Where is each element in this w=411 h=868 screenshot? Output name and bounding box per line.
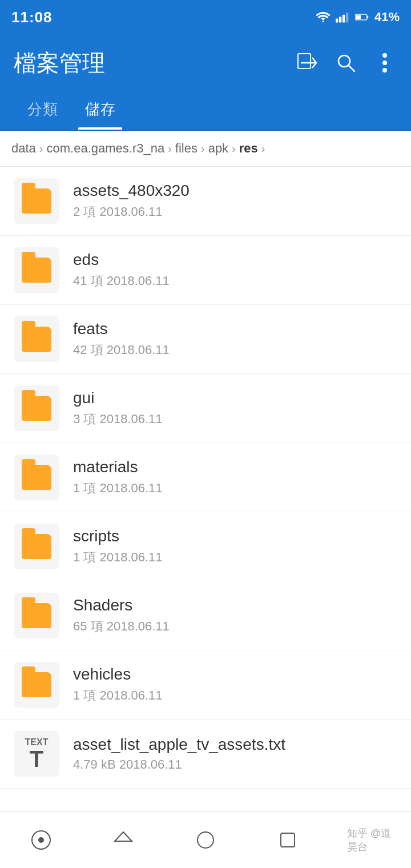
folder-icon xyxy=(22,188,51,214)
file-info: assets_480x320 2 項 2018.06.11 xyxy=(73,182,397,220)
svg-rect-6 xyxy=(356,15,361,19)
svg-point-12 xyxy=(382,61,387,65)
svg-rect-7 xyxy=(298,54,311,69)
breadcrumb[interactable]: data › com.ea.games.r3_na › files › apk … xyxy=(0,131,411,167)
file-meta: 1 項 2018.06.11 xyxy=(73,480,397,497)
back-button[interactable] xyxy=(18,817,64,863)
file-meta: 65 項 2018.06.11 xyxy=(73,618,397,635)
svg-rect-2 xyxy=(342,15,345,23)
breadcrumb-sep-1: › xyxy=(168,142,172,155)
file-meta: 41 項 2018.06.11 xyxy=(73,272,397,290)
recent-button[interactable] xyxy=(183,817,228,863)
tab-category[interactable]: 分類 xyxy=(14,91,71,130)
list-item[interactable]: gui 3 項 2018.06.11 xyxy=(0,374,411,443)
folder-icon xyxy=(22,258,51,283)
file-meta: 1 項 2018.06.11 xyxy=(73,549,397,566)
breadcrumb-files: files xyxy=(175,141,198,156)
file-list: assets_480x320 2 項 2018.06.11 eds 41 項 2… xyxy=(0,167,411,846)
svg-point-15 xyxy=(38,837,44,843)
breadcrumb-data: data xyxy=(11,141,36,156)
svg-line-10 xyxy=(348,65,354,71)
breadcrumb-sep-2: › xyxy=(201,142,205,155)
wifi-icon xyxy=(316,10,330,24)
file-name: Shaders xyxy=(73,596,397,614)
folder-icon-wrap xyxy=(14,524,59,569)
list-item[interactable]: assets_480x320 2 項 2018.06.11 xyxy=(0,167,411,236)
file-info: feats 42 項 2018.06.11 xyxy=(73,320,397,359)
file-info: vehicles 1 項 2018.06.11 xyxy=(73,665,397,704)
folder-icon-wrap xyxy=(14,593,59,638)
file-name: materials xyxy=(73,458,397,476)
file-info: asset_list_apple_tv_assets.txt 4.79 kB 2… xyxy=(73,736,397,772)
breadcrumb-com: com.ea.games.r3_na xyxy=(47,141,165,156)
transfer-button[interactable] xyxy=(295,50,320,75)
breadcrumb-sep-4: › xyxy=(261,142,265,155)
file-info: Shaders 65 項 2018.06.11 xyxy=(73,596,397,635)
svg-rect-5 xyxy=(367,16,368,19)
file-name: eds xyxy=(73,251,397,269)
folder-icon-wrap xyxy=(14,316,59,362)
home-button[interactable] xyxy=(100,817,146,863)
more-button[interactable] xyxy=(372,50,397,75)
svg-rect-18 xyxy=(281,833,295,847)
breadcrumb-sep-3: › xyxy=(232,142,236,155)
list-item[interactable]: vehicles 1 項 2018.06.11 xyxy=(0,650,411,720)
breadcrumb-sep-0: › xyxy=(39,142,43,155)
folder-icon xyxy=(22,603,51,628)
file-name: scripts xyxy=(73,527,397,545)
folder-icon-wrap xyxy=(14,662,59,708)
file-meta: 3 項 2018.06.11 xyxy=(73,411,397,428)
folder-icon xyxy=(22,465,51,490)
folder-icon xyxy=(22,396,51,421)
svg-rect-3 xyxy=(346,13,348,22)
svg-point-11 xyxy=(382,53,387,58)
status-right: 41% xyxy=(316,10,400,25)
tabs-bar: 分類 儲存 xyxy=(0,91,411,130)
svg-point-17 xyxy=(198,832,213,848)
app-bar-actions xyxy=(295,50,397,75)
battery-percent: 41% xyxy=(374,10,400,25)
search-button[interactable] xyxy=(333,50,358,75)
file-info: gui 3 項 2018.06.11 xyxy=(73,389,397,428)
svg-marker-16 xyxy=(115,832,132,841)
text-icon-T: T xyxy=(30,748,43,770)
file-name: asset_list_apple_tv_assets.txt xyxy=(73,736,397,754)
text-icon-wrap: TEXT T xyxy=(14,731,59,777)
signal-icon xyxy=(336,10,349,24)
folder-icon-wrap xyxy=(14,455,59,500)
bottom-nav: 知乎 @道昊台 xyxy=(0,811,411,868)
folder-icon-wrap xyxy=(14,385,59,431)
svg-point-13 xyxy=(382,68,387,73)
folder-icon xyxy=(22,534,51,559)
zhihu-watermark: 知乎 @道昊台 xyxy=(347,817,393,863)
file-meta: 42 項 2018.06.11 xyxy=(73,341,397,359)
breadcrumb-res: res xyxy=(239,141,258,156)
file-info: materials 1 項 2018.06.11 xyxy=(73,458,397,497)
status-bar: 11:08 41% xyxy=(0,0,411,34)
list-item[interactable]: Shaders 65 項 2018.06.11 xyxy=(0,581,411,650)
folder-icon-wrap xyxy=(14,247,59,293)
list-item[interactable]: feats 42 項 2018.06.11 xyxy=(0,305,411,374)
battery-icon xyxy=(355,10,369,24)
app-bar: 檔案管理 xyxy=(0,34,411,91)
file-meta: 1 項 2018.06.11 xyxy=(73,687,397,704)
folder-icon xyxy=(22,672,51,697)
folder-icon-wrap xyxy=(14,178,59,224)
folder-icon xyxy=(22,327,51,352)
breadcrumb-apk: apk xyxy=(208,141,228,156)
svg-rect-1 xyxy=(339,17,341,22)
file-name: vehicles xyxy=(73,665,397,684)
file-name: assets_480x320 xyxy=(73,182,397,200)
list-item[interactable]: TEXT T asset_list_apple_tv_assets.txt 4.… xyxy=(0,720,411,789)
file-meta: 2 項 2018.06.11 xyxy=(73,203,397,220)
svg-rect-0 xyxy=(336,19,338,23)
square-button[interactable] xyxy=(265,817,311,863)
list-item[interactable]: eds 41 項 2018.06.11 xyxy=(0,236,411,305)
file-meta: 4.79 kB 2018.06.11 xyxy=(73,757,397,772)
file-info: eds 41 項 2018.06.11 xyxy=(73,251,397,290)
status-time: 11:08 xyxy=(11,9,53,26)
list-item[interactable]: materials 1 項 2018.06.11 xyxy=(0,443,411,512)
list-item[interactable]: scripts 1 項 2018.06.11 xyxy=(0,512,411,581)
tab-storage[interactable]: 儲存 xyxy=(71,91,129,130)
file-name: gui xyxy=(73,389,397,407)
